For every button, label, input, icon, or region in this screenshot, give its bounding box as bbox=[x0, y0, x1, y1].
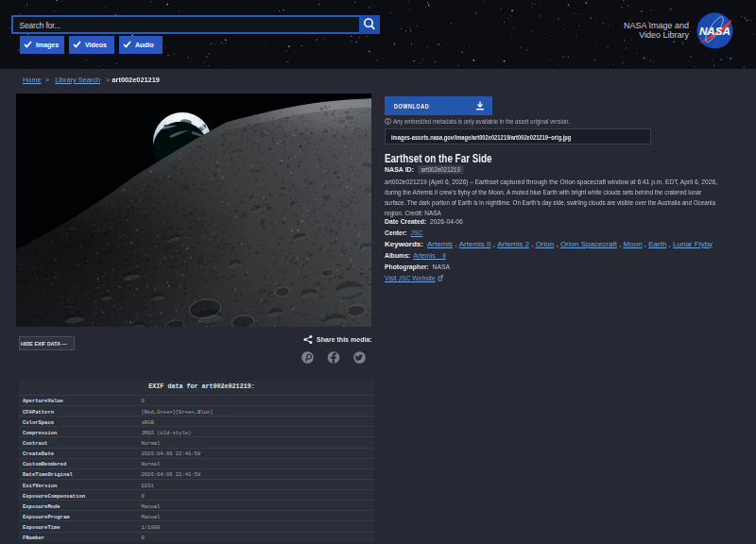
svg-text:NASA: NASA bbox=[699, 26, 730, 37]
